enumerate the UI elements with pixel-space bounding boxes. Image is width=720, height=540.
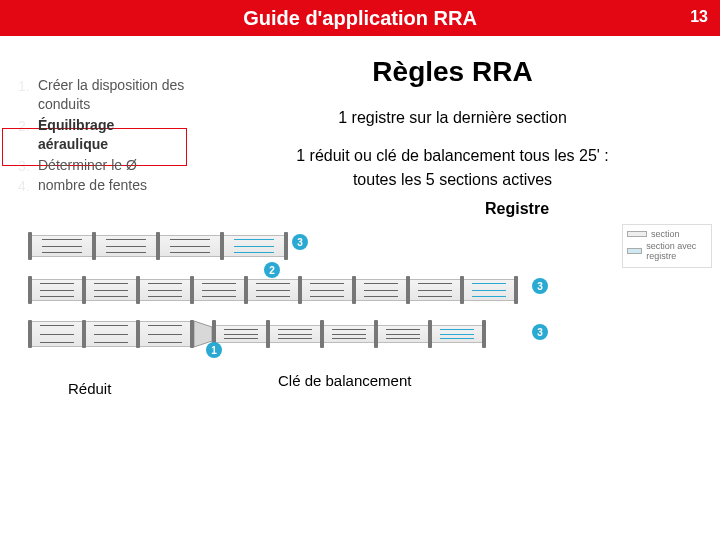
bottom-labels: Réduit Clé de balancement (28, 362, 710, 402)
marker-3a: 3 (292, 234, 308, 250)
rules-text: 1 registre sur la dernière section 1 réd… (195, 106, 710, 192)
label-registre: Registre (485, 200, 710, 218)
step-num-1: 1. (18, 78, 38, 94)
marker-3c: 3 (532, 324, 548, 340)
legend-box: section section avec registre (622, 224, 712, 268)
sidebar-steps: 1. Créer la disposition des conduits 2. … (0, 46, 195, 224)
rule-2a: 1 réduit ou clé de balancement tous les … (195, 144, 710, 168)
legend-b: section avec registre (646, 241, 707, 261)
rule-1: 1 registre sur la dernière section (195, 106, 710, 130)
rule-2b: toutes les 5 sections actives (195, 168, 710, 192)
duct-diagram: section section avec registre 3 2 3 (0, 224, 720, 402)
marker-2: 2 (264, 262, 280, 278)
label-reduit: Réduit (68, 380, 111, 397)
main-panel: Règles RRA 1 registre sur la dernière se… (195, 46, 720, 224)
page-number: 13 (690, 8, 708, 26)
marker-3b: 3 (532, 278, 548, 294)
label-cle: Clé de balancement (278, 372, 411, 389)
header-title: Guide d'application RRA (243, 7, 477, 30)
marker-1: 1 (206, 342, 222, 358)
step-num-4: 4. (18, 178, 38, 194)
duct-row-3: 1 3 (28, 318, 588, 350)
step-num-3: 3. (18, 158, 38, 174)
rules-heading: Règles RRA (195, 56, 710, 88)
duct-row-1: 3 (28, 230, 588, 262)
step-num-2: 2. (18, 118, 38, 134)
slide-header: Guide d'application RRA 13 (0, 0, 720, 36)
duct-row-2: 2 3 (28, 274, 588, 306)
content-area: 1. Créer la disposition des conduits 2. … (0, 36, 720, 224)
legend-a: section (651, 229, 680, 239)
